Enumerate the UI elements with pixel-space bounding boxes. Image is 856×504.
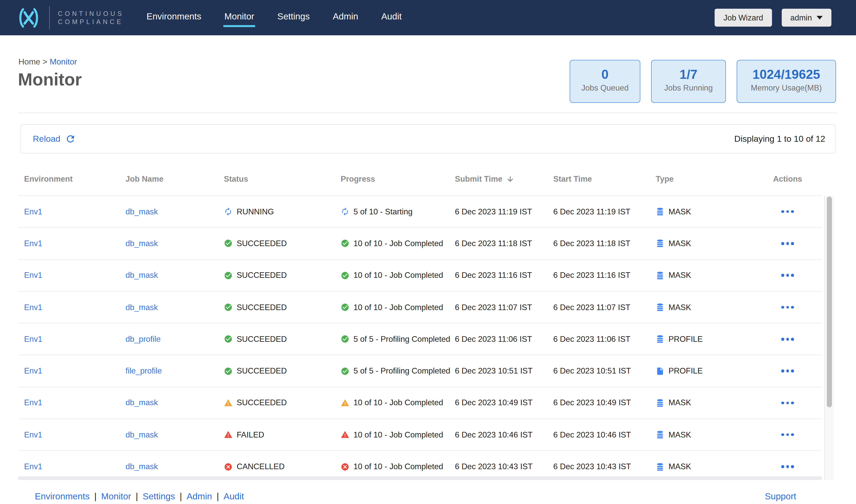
horizontal-scrollbar-thumb[interactable] xyxy=(18,476,822,480)
job-name-link[interactable]: file_profile xyxy=(125,366,162,376)
running-spinner-icon xyxy=(341,207,349,216)
job-name-link[interactable]: db_profile xyxy=(125,335,160,344)
section-divider xyxy=(18,112,838,113)
footer-link-admin[interactable]: Admin xyxy=(187,491,212,501)
status-label: SUCCEEDED xyxy=(237,303,287,312)
status-label: FAILED xyxy=(237,430,264,439)
header-actions: Job Wizard admin xyxy=(715,9,832,26)
submit-time: 6 Dec 2023 10:43 IST xyxy=(455,462,553,471)
brand-divider xyxy=(49,6,50,30)
nav-item-settings[interactable]: Settings xyxy=(276,8,311,27)
column-header-progress[interactable]: Progress xyxy=(341,175,455,184)
status-label: SUCCEEDED xyxy=(237,335,287,344)
reload-button[interactable]: Reload xyxy=(33,133,76,144)
stat-card: 1/7 Jobs Running xyxy=(651,60,726,103)
row-actions-button[interactable] xyxy=(778,398,797,407)
row-actions-button[interactable] xyxy=(778,271,797,280)
success-check-icon xyxy=(341,303,349,312)
submit-time: 6 Dec 2023 10:46 IST xyxy=(455,430,553,439)
job-type-label: PROFILE xyxy=(668,335,703,344)
footer-link-audit[interactable]: Audit xyxy=(224,491,244,501)
user-menu-button[interactable]: admin xyxy=(782,9,832,26)
nav-item-admin[interactable]: Admin xyxy=(332,8,359,27)
submit-time: 6 Dec 2023 11:06 IST xyxy=(455,335,553,344)
table-row: Env1 file_profile SUCCEEDED 5 of 5 - Pro… xyxy=(18,355,822,387)
success-check-icon xyxy=(341,239,349,248)
success-check-icon xyxy=(224,239,233,248)
database-icon xyxy=(656,335,664,344)
row-actions-button[interactable] xyxy=(778,239,797,248)
row-actions-button[interactable] xyxy=(778,462,797,471)
cancelled-cross-icon xyxy=(341,462,349,471)
user-menu-label: admin xyxy=(790,13,812,22)
stat-value: 1/7 xyxy=(659,67,718,82)
vertical-scrollbar-thumb[interactable] xyxy=(827,197,832,407)
nav-item-monitor[interactable]: Monitor xyxy=(223,8,255,27)
database-icon xyxy=(656,462,664,471)
job-name-link[interactable]: db_mask xyxy=(125,430,158,439)
submit-time: 6 Dec 2023 10:51 IST xyxy=(455,366,553,376)
footer-link-environments[interactable]: Environments xyxy=(35,491,90,501)
row-actions-button[interactable] xyxy=(778,430,797,439)
environment-link[interactable]: Env1 xyxy=(24,366,42,376)
start-time: 6 Dec 2023 11:06 IST xyxy=(553,335,656,344)
brand-name: CONTINUOUS COMPLIANCE xyxy=(58,10,124,26)
status-label: SUCCEEDED xyxy=(237,366,287,376)
row-actions-button[interactable] xyxy=(778,335,797,344)
brand-logo[interactable]: CONTINUOUS COMPLIANCE xyxy=(15,6,124,30)
environment-link[interactable]: Env1 xyxy=(24,398,42,408)
cancelled-cross-icon xyxy=(224,462,233,471)
environment-link[interactable]: Env1 xyxy=(24,239,42,248)
column-header-environment[interactable]: Environment xyxy=(24,175,125,184)
column-header-start-time[interactable]: Start Time xyxy=(553,175,656,184)
environment-link[interactable]: Env1 xyxy=(24,303,42,312)
status-label: SUCCEEDED xyxy=(237,271,287,280)
chevron-down-icon xyxy=(817,16,823,19)
environment-link[interactable]: Env1 xyxy=(24,271,42,280)
environment-link[interactable]: Env1 xyxy=(24,462,42,471)
row-actions-button[interactable] xyxy=(778,303,797,312)
stat-card: 1024/19625 Memory Usage(MB) xyxy=(737,60,836,103)
environment-link[interactable]: Env1 xyxy=(24,335,42,344)
footer-link-settings[interactable]: Settings xyxy=(143,491,175,501)
breadcrumb-current-link[interactable]: Monitor xyxy=(50,57,77,66)
column-header-status[interactable]: Status xyxy=(224,175,341,184)
environment-link[interactable]: Env1 xyxy=(24,430,42,439)
job-name-link[interactable]: db_mask xyxy=(125,207,158,216)
success-check-icon xyxy=(224,335,233,344)
job-name-link[interactable]: db_mask xyxy=(125,271,158,280)
start-time: 6 Dec 2023 11:18 IST xyxy=(553,239,656,248)
job-name-link[interactable]: db_mask xyxy=(125,239,158,248)
start-time: 6 Dec 2023 11:16 IST xyxy=(553,271,656,280)
column-header-job-name[interactable]: Job Name xyxy=(125,175,224,184)
job-wizard-button[interactable]: Job Wizard xyxy=(715,9,772,26)
job-name-link[interactable]: db_mask xyxy=(125,303,158,312)
job-name-link[interactable]: db_mask xyxy=(125,398,158,408)
database-icon xyxy=(656,399,664,407)
support-link[interactable]: Support xyxy=(765,491,796,501)
success-check-icon xyxy=(224,303,233,312)
status-label: CANCELLED xyxy=(237,462,285,471)
success-check-icon xyxy=(341,366,349,375)
job-name-link[interactable]: db_mask xyxy=(125,462,158,471)
table-row: Env1 db_mask FAILED 10 of 10 - Job Compl… xyxy=(18,419,822,451)
column-header-type[interactable]: Type xyxy=(656,175,753,184)
nav-item-audit[interactable]: Audit xyxy=(380,8,403,27)
stat-value: 0 xyxy=(577,67,633,82)
stat-label: Jobs Running xyxy=(659,82,718,94)
stat-value: 1024/19625 xyxy=(744,67,828,82)
row-actions-button[interactable] xyxy=(778,366,797,376)
environment-link[interactable]: Env1 xyxy=(24,207,42,216)
row-actions-button[interactable] xyxy=(778,207,797,216)
column-header-actions[interactable]: Actions xyxy=(753,175,822,184)
table-header: EnvironmentJob NameStatusProgressSubmit … xyxy=(18,163,822,196)
progress-label: 10 of 10 - Job Completed xyxy=(354,398,443,408)
nav-item-environments[interactable]: Environments xyxy=(145,8,202,27)
job-type-label: MASK xyxy=(668,207,691,216)
vertical-scrollbar-track xyxy=(824,196,834,480)
table-row: Env1 db_mask RUNNING 5 of 10 - Starting … xyxy=(18,196,822,228)
column-header-submit-time[interactable]: Submit Time xyxy=(455,175,553,184)
footer-link-monitor[interactable]: Monitor xyxy=(101,491,131,501)
reload-label: Reload xyxy=(33,134,61,144)
sort-descending-icon xyxy=(506,175,514,183)
